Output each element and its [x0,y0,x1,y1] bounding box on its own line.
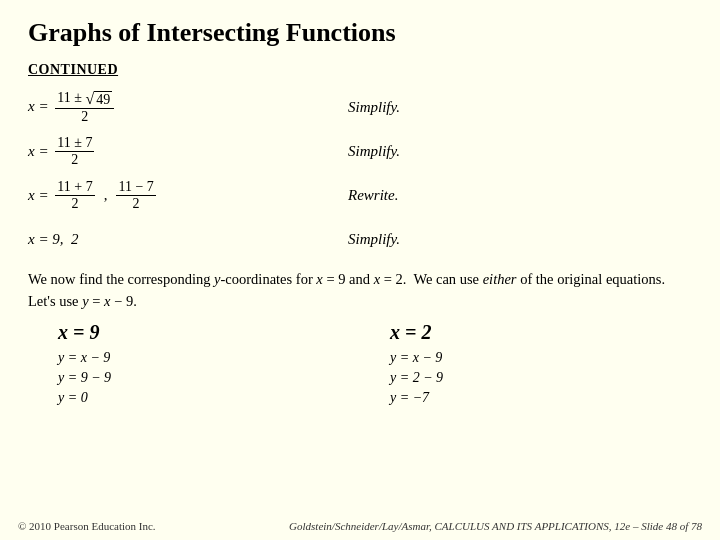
formula-3: x = 11 + 7 2 , 11 − 7 2 [28,179,288,211]
formula-1: x = 11 ± √49 2 [28,90,288,124]
col1-row-2: y = 9 − 9 [58,370,111,386]
step-row-2: x = 11 ± 7 2 Simplify. [28,132,692,170]
col1-row-3: y = 0 [58,390,88,406]
narrative-text: We now find the corresponding y-coordina… [28,268,692,313]
step-label-4: Simplify. [288,231,692,248]
footer-right: Goldstein/Schneider/Lay/Asmar, CALCULUS … [289,520,702,532]
step-row-4: x = 9, 2 Simplify. [28,220,692,258]
formula-4: x = 9, 2 [28,231,288,248]
two-column-section: x = 9 y = x − 9 y = 9 − 9 y = 0 x = 2 y … [28,321,692,408]
page-title: Graphs of Intersecting Functions [28,18,692,48]
col2-row-2: y = 2 − 9 [390,370,443,386]
continued-label: CONTINUED [28,62,692,78]
step-label-3: Rewrite. [288,187,692,204]
column-1: x = 9 y = x − 9 y = 9 − 9 y = 0 [28,321,360,408]
col2-row-3: y = −7 [390,390,429,406]
step-row-1: x = 11 ± √49 2 Simplify. [28,88,692,126]
footer-left: © 2010 Pearson Education Inc. [18,520,156,532]
col2-row-1: y = x − 9 [390,350,442,366]
step-label-2: Simplify. [288,143,692,160]
step-label-1: Simplify. [288,99,692,116]
col2-header: x = 2 [390,321,431,344]
column-2: x = 2 y = x − 9 y = 2 − 9 y = −7 [360,321,692,408]
col1-header: x = 9 [58,321,99,344]
col1-row-1: y = x − 9 [58,350,110,366]
footer: © 2010 Pearson Education Inc. Goldstein/… [0,520,720,532]
formula-2: x = 11 ± 7 2 [28,135,288,167]
step-row-3: x = 11 + 7 2 , 11 − 7 2 Rewrite. [28,176,692,214]
